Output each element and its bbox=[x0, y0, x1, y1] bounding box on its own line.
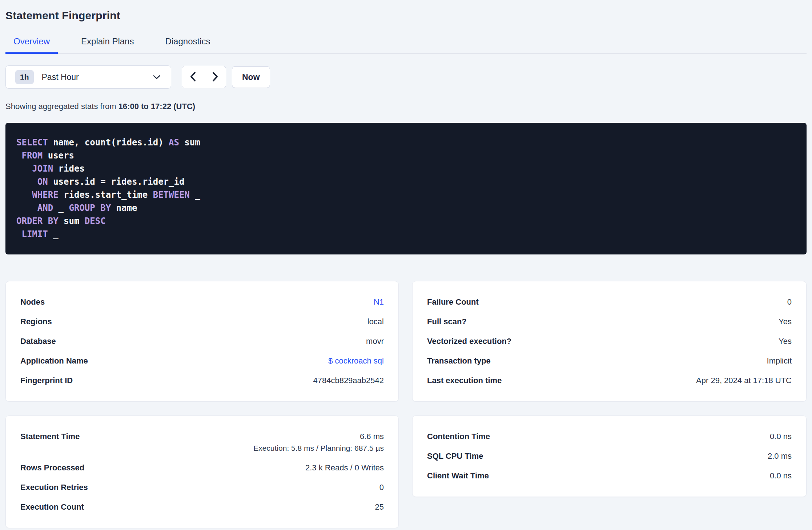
sql-statement-box: SELECT name, count(rides.id) AS sum FROM… bbox=[5, 123, 807, 254]
card-row: Client Wait Time0.0 ns bbox=[427, 466, 792, 486]
sql-line: AND _ GROUP BY name bbox=[16, 201, 796, 214]
row-label: Fingerprint ID bbox=[20, 376, 73, 385]
row-label: Regions bbox=[20, 317, 52, 326]
row-label: Database bbox=[20, 337, 56, 346]
card-row: Execution Retries0 bbox=[20, 478, 384, 497]
sql-line: FROM users bbox=[16, 149, 796, 162]
time-toolbar: 1h Past Hour Now bbox=[5, 65, 807, 89]
card-row: Full scan?Yes bbox=[427, 312, 792, 332]
tab-bar: Overview Explain Plans Diagnostics bbox=[5, 36, 807, 54]
tab-overview[interactable]: Overview bbox=[5, 36, 58, 54]
row-value-link[interactable]: $ cockroach sql bbox=[328, 356, 384, 366]
time-stats-card: Contention Time0.0 nsSQL CPU Time2.0 msC… bbox=[412, 415, 807, 497]
row-label: Statement Time bbox=[20, 432, 80, 453]
row-label: SQL CPU Time bbox=[427, 451, 483, 461]
row-label: Execution Count bbox=[20, 502, 84, 512]
card-row: Vectorized execution?Yes bbox=[427, 332, 792, 351]
row-label: Rows Processed bbox=[20, 463, 84, 473]
row-label: Failure Count bbox=[427, 297, 479, 307]
aggregated-stats-note: Showing aggregated stats from 16:00 to 1… bbox=[5, 102, 807, 111]
card-row: Statement Time6.6 msExecution: 5.8 ms / … bbox=[20, 427, 384, 458]
row-value: 0 bbox=[787, 297, 792, 307]
row-label: Vectorized execution? bbox=[427, 337, 511, 346]
statement-details-card: NodesN1RegionslocalDatabasemovrApplicati… bbox=[5, 281, 399, 402]
card-row: Application Name$ cockroach sql bbox=[20, 351, 384, 371]
chevron-left-icon bbox=[190, 72, 196, 83]
card-row: Last execution timeApr 29, 2024 at 17:18… bbox=[427, 371, 792, 390]
sql-line: JOIN rides bbox=[16, 162, 796, 175]
row-value: movr bbox=[366, 337, 384, 346]
row-value: local bbox=[367, 317, 384, 326]
sql-line: LIMIT _ bbox=[16, 228, 796, 241]
row-label: Execution Retries bbox=[20, 483, 88, 492]
now-button[interactable]: Now bbox=[232, 66, 270, 88]
row-value: 2.0 ms bbox=[768, 451, 792, 461]
row-value: 25 bbox=[375, 502, 384, 512]
details-cards-row: NodesN1RegionslocalDatabasemovrApplicati… bbox=[5, 281, 807, 402]
row-label: Last execution time bbox=[427, 376, 502, 385]
tab-explain-plans[interactable]: Explain Plans bbox=[73, 36, 142, 54]
interval-label: Past Hour bbox=[42, 72, 79, 82]
row-value-link[interactable]: N1 bbox=[374, 297, 384, 307]
row-label: Full scan? bbox=[427, 317, 467, 326]
tab-diagnostics[interactable]: Diagnostics bbox=[157, 36, 218, 54]
page-title: Statement Fingerprint bbox=[5, 9, 807, 22]
statement-fingerprint-page: Statement Fingerprint Overview Explain P… bbox=[0, 0, 812, 530]
row-value: 0.0 ns bbox=[770, 471, 792, 481]
sql-line: SELECT name, count(rides.id) AS sum bbox=[16, 136, 796, 149]
card-row: Databasemovr bbox=[20, 332, 384, 351]
row-label: Transaction type bbox=[427, 356, 491, 366]
row-subvalue: Execution: 5.8 ms / Planning: 687.5 µs bbox=[253, 443, 384, 453]
stats-cards-row: Statement Time6.6 msExecution: 5.8 ms / … bbox=[5, 415, 807, 528]
time-interval-picker[interactable]: 1h Past Hour bbox=[5, 65, 171, 89]
row-value: 0.0 ns bbox=[770, 432, 792, 441]
row-label: Application Name bbox=[20, 356, 88, 366]
card-row: Fingerprint ID4784cb829aab2542 bbox=[20, 371, 384, 390]
row-label: Contention Time bbox=[427, 432, 490, 441]
card-row: Transaction typeImplicit bbox=[427, 351, 792, 371]
interval-badge: 1h bbox=[15, 70, 34, 84]
time-nav-group bbox=[182, 66, 226, 88]
row-label: Nodes bbox=[20, 297, 45, 307]
sql-line: WHERE rides.start_time BETWEEN _ bbox=[16, 188, 796, 201]
card-row: Contention Time0.0 ns bbox=[427, 427, 792, 446]
card-row: SQL CPU Time2.0 ms bbox=[427, 446, 792, 466]
note-prefix: Showing aggregated stats from bbox=[5, 102, 118, 111]
row-value: Apr 29, 2024 at 17:18 UTC bbox=[696, 376, 792, 385]
statement-stats-card: Statement Time6.6 msExecution: 5.8 ms / … bbox=[5, 415, 399, 528]
row-value: 0 bbox=[379, 483, 384, 492]
note-time-range: 16:00 to 17:22 (UTC) bbox=[118, 102, 196, 111]
next-interval-button[interactable] bbox=[204, 66, 226, 88]
row-value: Yes bbox=[779, 317, 792, 326]
row-value: Implicit bbox=[767, 356, 792, 366]
sql-line: ORDER BY sum DESC bbox=[16, 214, 796, 228]
execution-attributes-card: Failure Count0Full scan?YesVectorized ex… bbox=[412, 281, 807, 402]
row-value: 6.6 ms bbox=[253, 432, 384, 441]
row-label: Client Wait Time bbox=[427, 471, 489, 481]
chevron-right-icon bbox=[212, 72, 218, 83]
card-row: NodesN1 bbox=[20, 292, 384, 312]
card-row: Failure Count0 bbox=[427, 292, 792, 312]
prev-interval-button[interactable] bbox=[182, 66, 204, 88]
card-row: Regionslocal bbox=[20, 312, 384, 332]
row-value: 4784cb829aab2542 bbox=[313, 376, 384, 385]
sql-line: ON users.id = rides.rider_id bbox=[16, 175, 796, 188]
card-row: Rows Processed2.3 k Reads / 0 Writes bbox=[20, 458, 384, 478]
row-value: Yes bbox=[779, 337, 792, 346]
chevron-down-icon bbox=[153, 75, 161, 80]
row-value: 2.3 k Reads / 0 Writes bbox=[305, 463, 384, 473]
card-row: Execution Count25 bbox=[20, 497, 384, 517]
